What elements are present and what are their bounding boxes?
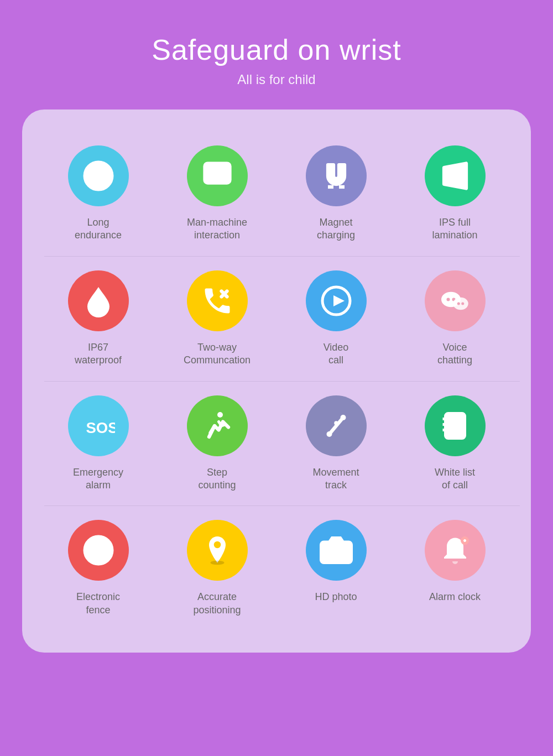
svg-text:SOS: SOS xyxy=(86,419,115,436)
alarm-clock-label: Alarm clock xyxy=(429,591,481,603)
feature-item-ips-lamination: IPS full lamination xyxy=(395,132,514,256)
feature-row-0: Long endurance Man-machine interaction M… xyxy=(39,132,514,256)
feature-item-accurate-positioning: Accurate positioning xyxy=(158,506,276,630)
svg-point-34 xyxy=(334,550,338,554)
white-list-call-icon xyxy=(425,395,486,456)
svg-point-11 xyxy=(457,302,460,305)
two-way-comm-icon xyxy=(187,270,248,331)
ip67-waterproof-icon xyxy=(68,270,129,331)
feature-row-1: IP67 waterproof Two-way Communcation Vid… xyxy=(39,257,514,381)
feature-row-3: Electronic fence Accurate positioning HD… xyxy=(39,506,514,630)
voice-chatting-label: Voice chatting xyxy=(437,341,472,367)
magnet-charging-label: Magnet charging xyxy=(317,216,355,242)
features-grid: Long endurance Man-machine interaction M… xyxy=(39,132,514,630)
electronic-fence-icon xyxy=(68,520,129,581)
movement-track-label: Movement track xyxy=(312,466,359,492)
feature-item-man-machine: Man-machine interaction xyxy=(158,132,276,256)
feature-item-alarm-clock: Alarm clock xyxy=(395,506,514,630)
page-header: Safeguard on wrist All is for child xyxy=(152,33,401,87)
svg-point-32 xyxy=(210,561,224,565)
feature-row-2: SOS Emergency alarm Step counting Moveme… xyxy=(39,382,514,506)
emergency-alarm-icon: SOS xyxy=(68,395,129,456)
svg-point-14 xyxy=(217,412,223,418)
video-call-icon xyxy=(306,270,367,331)
feature-item-electronic-fence: Electronic fence xyxy=(39,506,158,630)
feature-item-two-way-comm: Two-way Communcation xyxy=(158,257,276,381)
ip67-waterproof-label: IP67 waterproof xyxy=(75,341,122,367)
video-call-label: Video call xyxy=(324,341,349,367)
hd-photo-icon xyxy=(306,520,367,581)
svg-point-10 xyxy=(453,298,468,310)
svg-point-8 xyxy=(446,298,450,301)
feature-item-hd-photo: HD photo xyxy=(276,506,395,630)
man-machine-label: Man-machine interaction xyxy=(187,216,247,242)
electronic-fence-label: Electronic fence xyxy=(76,591,120,617)
alarm-clock-icon xyxy=(425,520,486,581)
svg-point-1 xyxy=(97,175,100,178)
feature-item-ip67-waterproof: IP67 waterproof xyxy=(39,257,158,381)
white-list-call-label: White list of call xyxy=(435,466,475,492)
step-counting-label: Step counting xyxy=(198,466,236,492)
voice-chatting-icon xyxy=(425,270,486,331)
ips-lamination-icon xyxy=(425,145,486,206)
page-title: Safeguard on wrist xyxy=(152,33,401,66)
long-endurance-label: Long endurance xyxy=(75,216,122,242)
feature-item-voice-chatting: Voice chatting xyxy=(395,257,514,381)
man-machine-icon xyxy=(187,145,248,206)
movement-track-icon xyxy=(306,395,367,456)
feature-item-video-call: Video call xyxy=(276,257,395,381)
two-way-comm-label: Two-way Communcation xyxy=(184,341,251,367)
magnet-charging-icon xyxy=(306,145,367,206)
long-endurance-icon xyxy=(68,145,129,206)
hd-photo-label: HD photo xyxy=(315,591,357,603)
feature-item-magnet-charging: Magnet charging xyxy=(276,132,395,256)
svg-marker-6 xyxy=(333,295,345,306)
svg-point-17 xyxy=(334,421,338,425)
emergency-alarm-label: Emergency alarm xyxy=(73,466,123,492)
ips-lamination-label: IPS full lamination xyxy=(432,216,477,242)
feature-item-step-counting: Step counting xyxy=(158,382,276,506)
accurate-positioning-icon xyxy=(187,520,248,581)
step-counting-icon xyxy=(187,395,248,456)
feature-item-white-list-call: White list of call xyxy=(395,382,514,506)
svg-point-12 xyxy=(461,302,464,305)
svg-point-31 xyxy=(213,541,221,549)
feature-item-long-endurance: Long endurance xyxy=(39,132,158,256)
page-subtitle: All is for child xyxy=(152,72,401,87)
features-card: Long endurance Man-machine interaction M… xyxy=(22,110,531,653)
feature-item-movement-track: Movement track xyxy=(276,382,395,506)
accurate-positioning-label: Accurate positioning xyxy=(193,591,241,617)
feature-item-emergency-alarm: SOS Emergency alarm xyxy=(39,382,158,506)
